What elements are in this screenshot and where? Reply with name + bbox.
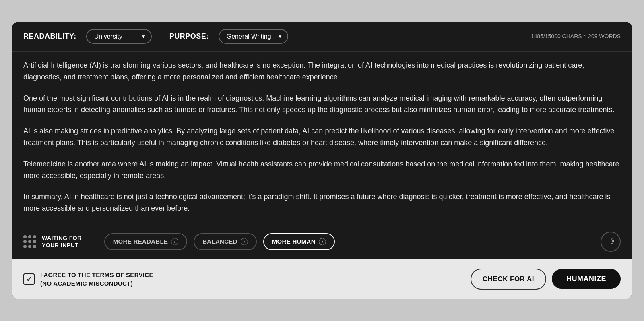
paragraph-1: Artificial Intelligence (AI) is transfor… [23, 60, 621, 83]
footer: ✓ I AGREE TO THE TERMS OF SERVICE (NO AC… [12, 259, 632, 299]
readability-select-wrapper[interactable]: Elementary Middle School High School Uni… [86, 29, 152, 44]
toolbar: WAITING FOR YOUR INPUT MORE READABLE i B… [12, 224, 632, 259]
dot [33, 240, 36, 243]
terms-checkbox[interactable]: ✓ [23, 273, 35, 285]
more-human-info-icon[interactable]: i [319, 238, 326, 245]
dot [33, 235, 36, 238]
dots-grid-icon [23, 235, 36, 248]
dot [33, 245, 36, 248]
dot [23, 240, 27, 243]
checkmark-icon: ✓ [26, 275, 32, 284]
paragraph-3: AI is also making strides in predictive … [23, 125, 621, 149]
balanced-info-icon[interactable]: i [241, 238, 248, 245]
more-human-button[interactable]: MORE HUMAN i [263, 233, 335, 250]
paragraph-5: In summary, AI in healthcare is not just… [23, 191, 621, 214]
dot [28, 235, 31, 238]
dot [23, 235, 27, 238]
balanced-button[interactable]: BALANCED i [194, 233, 257, 250]
dot [23, 245, 27, 248]
footer-buttons: CHECK FOR AI HUMANIZE [471, 269, 621, 290]
readability-select[interactable]: Elementary Middle School High School Uni… [86, 29, 152, 44]
terms-section: ✓ I AGREE TO THE TERMS OF SERVICE (NO AC… [23, 271, 153, 288]
dot [28, 240, 31, 243]
moon-icon: ☽ [607, 236, 615, 247]
header: READABILITY: Elementary Middle School Hi… [12, 22, 632, 52]
purpose-select-wrapper[interactable]: General Writing Essay Article Email Stor… [219, 29, 288, 44]
waiting-section: WAITING FOR YOUR INPUT [23, 234, 82, 249]
terms-text-block: I AGREE TO THE TERMS OF SERVICE (NO ACAD… [40, 271, 153, 288]
readability-label: READABILITY: [23, 32, 76, 41]
humanize-button[interactable]: HUMANIZE [552, 269, 621, 289]
purpose-select[interactable]: General Writing Essay Article Email Stor… [219, 29, 288, 44]
purpose-label: PURPOSE: [169, 32, 209, 41]
app-container: READABILITY: Elementary Middle School Hi… [12, 22, 632, 299]
paragraph-2: One of the most significant contribution… [23, 93, 621, 116]
content-area: Artificial Intelligence (AI) is transfor… [12, 52, 632, 224]
more-readable-info-icon[interactable]: i [171, 238, 178, 245]
dot [28, 245, 31, 248]
dark-mode-toggle[interactable]: ☽ [601, 232, 621, 252]
chars-info: 1485/15000 CHARS ≈ 209 WORDS [531, 33, 621, 41]
check-for-ai-button[interactable]: CHECK FOR AI [471, 269, 546, 290]
waiting-text: WAITING FOR YOUR INPUT [42, 234, 82, 249]
more-readable-button[interactable]: MORE READABLE i [104, 233, 187, 250]
paragraph-4: Telemedicine is another area where AI is… [23, 158, 621, 182]
